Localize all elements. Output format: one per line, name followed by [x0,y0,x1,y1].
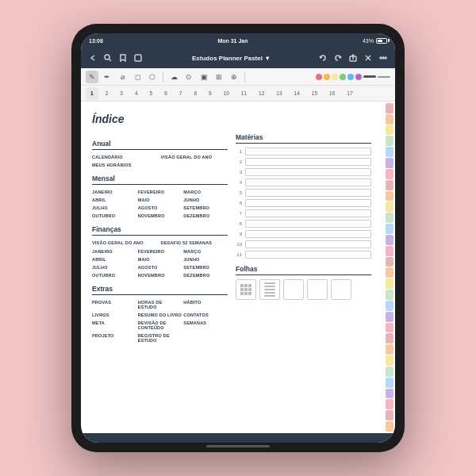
side-tab-28[interactable] [386,399,393,409]
link-meta[interactable]: META [92,320,136,331]
side-tab-24[interactable] [386,355,393,366]
link-projeto[interactable]: PROJETO [92,332,136,344]
lasso-tool[interactable]: ⬡ [146,71,159,83]
redo-icon[interactable] [332,52,344,63]
link-fin-nov[interactable]: NOVEMBRO [138,272,182,278]
side-tab-29[interactable] [386,410,393,420]
side-tab-21[interactable] [386,323,393,333]
link-livros[interactable]: LIVROS [92,312,136,318]
link-fin-set[interactable]: SETEMBRO [183,264,228,271]
shape-tool[interactable]: ☁ [167,71,180,83]
link-mar[interactable]: MARÇO [183,189,228,195]
side-tab-10[interactable] [386,202,393,212]
side-tab-11[interactable] [386,213,393,223]
link-horarios[interactable]: MEUS HORÁRIOS [92,162,159,168]
materia-line-10[interactable] [245,240,371,248]
side-tab-6[interactable] [386,158,393,168]
side-tab-13[interactable] [386,235,393,245]
link-horas[interactable]: HORAS DE ESTUDO [138,299,182,310]
side-tab-12[interactable] [386,224,393,234]
link-fin-fev[interactable]: FEVEREIRO [138,248,182,255]
color-green[interactable] [340,74,346,80]
side-tab-8[interactable] [386,180,393,190]
side-tab-15[interactable] [386,257,393,267]
side-tab-22[interactable] [386,333,393,344]
line-thick[interactable] [363,75,376,78]
folha-blank-box-2[interactable] [307,279,328,300]
share-icon[interactable] [347,52,359,63]
sticker-tool[interactable]: ⊕ [228,71,240,83]
undo-icon[interactable] [317,52,328,63]
link-contatos[interactable]: CONTATOS [183,312,228,318]
brush-tool[interactable]: ⌀ [116,71,129,83]
side-tab-16[interactable] [386,267,393,278]
side-tab-3[interactable] [386,125,393,136]
tab-14[interactable]: 14 [290,87,305,100]
materia-line-6[interactable] [245,199,371,207]
tab-12[interactable]: 12 [254,87,269,100]
materia-line-2[interactable] [245,158,371,166]
side-tab-9[interactable] [386,191,393,202]
tab-16[interactable]: 16 [324,87,340,100]
link-fin-abr[interactable]: ABRIL [92,256,136,263]
link-resumo[interactable]: RESUMO DO LIVRO [138,312,182,318]
more-icon[interactable] [378,52,389,63]
side-tab-19[interactable] [386,301,393,311]
side-tab-5[interactable] [386,147,393,157]
close-icon[interactable] [363,52,374,63]
materia-line-4[interactable] [245,178,371,186]
link-jan[interactable]: JANEIRO [92,189,136,195]
side-tab-14[interactable] [386,246,393,256]
side-tab-2[interactable] [386,114,393,125]
color-blue[interactable] [347,74,354,80]
side-tab-4[interactable] [386,136,393,146]
search-icon[interactable] [102,52,113,63]
link-set[interactable]: SETEMBRO [183,205,228,211]
materia-line-3[interactable] [245,168,371,176]
link-visao-fin[interactable]: VISÃO GERAL DO ANO [92,240,159,246]
color-red[interactable] [316,74,322,80]
materia-line-11[interactable] [245,251,371,259]
materia-line-5[interactable] [245,189,371,197]
link-fin-dez[interactable]: DEZEMBRO [183,272,228,278]
side-tab-7[interactable] [386,169,393,179]
link-provas[interactable]: PROVAS [92,299,136,310]
link-semanas[interactable]: SEMANAS [183,320,228,331]
line-thin[interactable] [378,76,390,78]
side-tab-18[interactable] [386,290,393,300]
eraser-tool[interactable]: ◻ [131,71,144,83]
color-yellow[interactable] [332,74,338,80]
tab-1[interactable]: 1 [86,87,98,100]
side-tab-26[interactable] [386,378,393,388]
side-tab-30[interactable] [386,421,393,432]
side-tab-27[interactable] [386,389,393,399]
image-tool[interactable]: ▣ [198,71,210,83]
tab-10[interactable]: 10 [219,87,234,100]
link-fin-jun[interactable]: JUNHO [183,256,228,263]
side-tab-20[interactable] [386,312,393,322]
link-jul[interactable]: JULHO [92,205,136,211]
link-fin-mai[interactable]: MAIO [138,256,182,263]
materia-line-9[interactable] [245,230,371,238]
link-abr[interactable]: ABRIL [92,197,136,203]
tab-4[interactable]: 4 [130,87,143,100]
folha-grid-box[interactable] [236,279,256,300]
materia-line-7[interactable] [245,209,371,217]
tab-9[interactable]: 9 [204,87,217,100]
select-tool[interactable]: ✎ [86,71,98,83]
link-mai[interactable]: MAIO [138,197,182,203]
tab-6[interactable]: 6 [159,87,172,100]
link-habito[interactable]: HÁBITO [183,299,228,310]
link-jun[interactable]: JUNHO [183,197,228,203]
tab-5[interactable]: 5 [145,87,158,100]
tab-11[interactable]: 11 [236,87,251,100]
link-fin-jan[interactable]: JANEIRO [92,248,136,255]
link-registro[interactable]: REGISTRO DE ESTUDO [138,332,182,344]
color-purple[interactable] [355,74,362,80]
folha-lines-box[interactable] [259,279,280,300]
link-fev[interactable]: FEVEREIRO [138,189,182,195]
link-tool[interactable]: ⊞ [213,71,225,83]
side-tab-25[interactable] [386,367,393,377]
link-fin-jul[interactable]: JULHO [92,264,136,271]
tab-2[interactable]: 2 [101,87,113,100]
